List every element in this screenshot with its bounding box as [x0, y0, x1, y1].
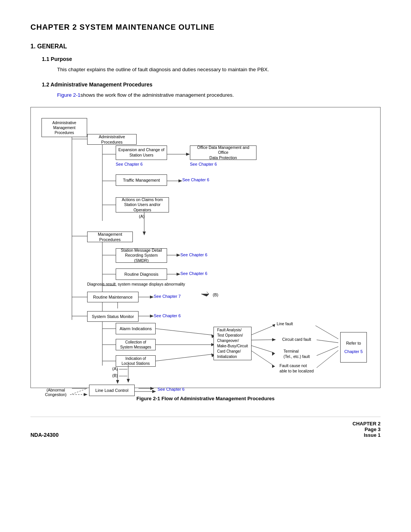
svg-line-41	[251, 345, 274, 353]
ab-arrow-down	[124, 365, 132, 384]
svg-marker-58	[127, 379, 130, 383]
svg-marker-8	[178, 179, 182, 182]
lockout-box: Indication of Lockout Stations	[116, 355, 156, 367]
svg-line-35	[156, 354, 213, 361]
svg-marker-40	[272, 338, 276, 341]
svg-line-48	[315, 350, 338, 369]
svg-line-46	[315, 340, 338, 343]
see-ch6-traffic[interactable]: See Chapter 6	[182, 177, 209, 182]
fault-cause-box: Fault cause notable to be localized	[277, 363, 317, 375]
svg-line-43	[251, 350, 274, 366]
svg-line-45	[315, 326, 338, 339]
refer-to-box: Refer to Chapter 5	[340, 332, 367, 363]
circuit-fault-box: Circuit card fault	[277, 334, 317, 345]
collection-box: Collection of System Messages	[116, 339, 156, 350]
mgmt-proc-box: Management Procedures	[87, 232, 133, 242]
alarm-ind-box: Alarm Indications	[116, 323, 156, 334]
section-1-1: 1.1 Purpose This chapter explains the ou…	[42, 56, 381, 72]
see-ch6-sys-status[interactable]: See Chapter 6	[154, 313, 181, 318]
svg-marker-38	[272, 324, 275, 327]
see-ch6-routine-diag[interactable]: See Chapter 6	[180, 271, 207, 276]
office-data-box: Office Data Management and OfficeData Pr…	[190, 145, 256, 160]
expansion-box: Expansion and Change ofStation Users	[116, 145, 167, 160]
routine-maint-box: Routine Maintenance	[87, 292, 139, 302]
svg-line-39	[251, 340, 274, 340]
svg-marker-11	[143, 232, 146, 235]
see-ch6-expansion[interactable]: See Chapter 6	[116, 162, 143, 166]
subsection-1-2-title: 1.2 Administrative Management Procedures	[42, 81, 381, 88]
refer-to-label: Refer to	[346, 340, 361, 346]
abnormal-congestion-label: (AbnormalCongestion)	[41, 388, 70, 397]
section-1-2-body: Figure 2-1shows the work flow of the adm…	[57, 92, 381, 98]
fault-analysis-box: Fault Analysis/Test Operation/Changeover…	[213, 327, 252, 360]
section-1-title: 1. GENERAL	[30, 43, 381, 50]
see-ch7[interactable]: See Chapter 7	[154, 294, 181, 299]
svg-marker-60	[84, 393, 88, 396]
dashed-arrow	[70, 391, 89, 398]
footer-right: CHAPTER 2 Page 3 Issue 1	[352, 421, 381, 438]
see-ch6-line-load[interactable]: See Chapter 6	[158, 387, 185, 391]
section-1-2: 1.2 Administrative Management Procedures…	[42, 81, 381, 98]
label-A-top: (A)	[139, 214, 145, 219]
svg-marker-19	[177, 273, 180, 276]
svg-line-37	[251, 326, 274, 335]
line-load-arrow	[135, 388, 158, 395]
svg-marker-42	[272, 352, 275, 356]
admin-mgmt-box: AdministrativeManagement Procedures	[41, 118, 87, 137]
svg-marker-44	[272, 365, 275, 368]
line-fault-label: Line fault	[277, 321, 293, 326]
subsection-1-1-title: 1.1 Purpose	[42, 56, 381, 62]
see-ch6-office[interactable]: See Chapter 6	[190, 162, 217, 166]
chapter5-link[interactable]: Chapter 5	[344, 349, 363, 354]
admin-proc-box: Administrative Procedures	[87, 134, 137, 145]
purpose-text: This chapter explains the outline of fau…	[57, 67, 381, 72]
section-1-2-body-suffix: shows the work flow of the administrativ…	[81, 92, 234, 98]
page-footer: NDA-24300 CHAPTER 2 Page 3 Issue 1	[30, 417, 381, 438]
b-arrow	[201, 290, 213, 298]
section-1: 1. GENERAL 1.1 Purpose This chapter expl…	[30, 43, 381, 98]
svg-marker-16	[177, 254, 180, 257]
svg-line-29	[156, 329, 213, 335]
svg-marker-23	[150, 296, 154, 299]
see-ch6-smdr[interactable]: See Chapter 6	[180, 252, 207, 257]
chapter-title: CHAPTER 2 SYSTEM MAINTENANCE OUTLINE	[30, 23, 381, 32]
svg-marker-26	[150, 315, 154, 318]
traffic-mgmt-box: Traffic Management	[116, 174, 167, 186]
smdr-box: Station Message DetailRecording System (…	[116, 248, 167, 263]
actions-claims-box: Actions on Claims fromStation Users and/…	[116, 197, 169, 212]
svg-marker-5	[186, 153, 190, 156]
svg-marker-50	[116, 380, 119, 384]
terminal-fault-box: Terminal(Tel., etc.) fault	[277, 348, 317, 360]
footer-doc-number: NDA-24300	[30, 432, 59, 438]
footer-page: Page 3	[352, 427, 381, 432]
label-B-right: (B)	[213, 292, 218, 297]
sys-status-box: System Status Monitor	[87, 311, 139, 322]
figure-2-1-link[interactable]: Figure 2-1	[57, 92, 81, 98]
footer-issue: Issue 1	[352, 432, 381, 438]
flowchart-container: AdministrativeManagement Procedures Admi…	[30, 107, 381, 388]
footer-chapter: CHAPTER 2	[352, 421, 381, 427]
svg-marker-62	[152, 390, 156, 393]
svg-line-47	[315, 347, 338, 356]
svg-marker-56	[201, 292, 209, 296]
line-load-box: Line Load Control	[89, 385, 135, 396]
routine-diag-box: Routine Diagnosis	[116, 268, 167, 280]
diag-result-label: Diagnosis result, system message display…	[87, 282, 194, 286]
flowchart: AdministrativeManagement Procedures Admi…	[38, 114, 373, 381]
